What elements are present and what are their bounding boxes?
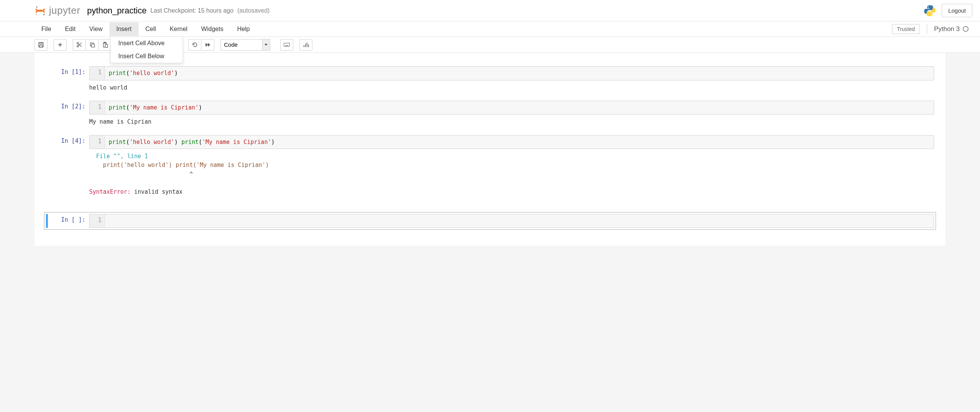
code-text[interactable]: print('hello world') [105,67,934,80]
autosaved-text: (autosaved) [237,7,270,14]
add-cell-button[interactable] [54,39,67,51]
code-cell[interactable]: In [4]:1print('hello world') print('My n… [44,133,936,208]
code-cell[interactable]: In [1]:1print('hello world')hello world [44,64,936,94]
menu-edit[interactable]: Edit [58,22,83,36]
svg-point-2 [36,13,37,14]
svg-point-1 [43,13,45,15]
trusted-indicator[interactable]: Trusted [892,24,920,34]
kernel-name: Python 3 [934,25,960,33]
input-prompt: In [ ]: [51,214,89,228]
insert-menu-item[interactable]: Insert Cell Below [111,50,183,63]
restart-run-all-button[interactable] [201,39,214,51]
line-number: 1 [90,67,105,80]
cell-type-select[interactable]: Code [220,39,270,51]
header-bar: jupyter python_practice Last Checkpoint:… [0,0,980,21]
svg-point-4 [931,14,932,15]
code-text[interactable]: print('My name is Ciprian') [105,101,934,114]
insert-menu-item[interactable]: Insert Cell Above [111,37,183,50]
code-input[interactable]: 1print('hello world') [89,66,934,80]
menu-view[interactable]: View [82,22,109,36]
code-cell[interactable]: In [2]:1print('My name is Ciprian')My na… [44,99,936,129]
svg-point-0 [36,6,37,7]
svg-rect-18 [105,44,108,47]
save-button[interactable] [34,39,47,51]
bar-chart-icon [303,42,309,48]
menu-widgets[interactable]: Widgets [194,22,230,36]
chart-button[interactable] [299,39,312,51]
cell-output: My name is Ciprian [89,114,934,126]
jupyter-icon [34,5,46,16]
svg-marker-19 [206,43,208,47]
checkpoint-text: Last Checkpoint: 15 hours ago [150,7,234,14]
code-input[interactable]: 1 [89,214,934,228]
cell-type-select-wrap[interactable]: Code [220,39,270,51]
jupyter-logo[interactable]: jupyter [34,5,80,16]
line-number: 1 [90,214,105,228]
cell-output: hello world [89,80,934,92]
menu-file[interactable]: File [34,22,58,36]
code-input[interactable]: 1print('My name is Ciprian') [89,101,934,115]
svg-point-11 [77,43,78,44]
logout-button[interactable]: Logout [942,4,972,17]
restart-button[interactable] [188,39,201,51]
jupyter-logo-text: jupyter [49,5,80,16]
menubar: FileEditViewInsertCellKernelWidgetsHelp … [0,21,980,37]
insert-dropdown: Insert Cell AboveInsert Cell Below [110,37,183,63]
code-text[interactable]: print('hello world') print('My name is C… [105,136,934,149]
svg-rect-7 [39,45,42,47]
line-number: 1 [90,136,105,149]
command-palette-button[interactable] [280,39,293,51]
copy-button[interactable] [86,39,99,51]
menu-cell[interactable]: Cell [139,22,163,36]
svg-rect-6 [40,43,42,44]
input-prompt: In [1]: [51,66,89,92]
scissors-icon [76,42,82,48]
cell-select-bar [46,135,48,206]
paste-button[interactable] [99,39,112,51]
divider [927,25,927,34]
plus-icon [57,42,63,48]
input-prompt: In [2]: [51,101,89,127]
keyboard-icon [284,42,290,48]
save-icon [38,42,44,48]
python-icon [923,4,936,17]
code-cell[interactable]: In [ ]:1 [44,212,936,230]
cell-error-output: File "", line 1 print('hello world') pri… [89,149,934,206]
menu-insert[interactable]: Insert [109,22,139,36]
cell-select-bar [46,214,48,228]
code-input[interactable]: 1print('hello world') print('My name is … [89,135,934,149]
cell-select-bar [46,66,48,92]
restart-icon [192,42,198,48]
input-prompt: In [4]: [51,135,89,206]
svg-rect-15 [91,44,95,47]
paste-icon [102,42,108,48]
kernel-indicator[interactable]: Python 3 [934,25,972,33]
kernel-status-icon [963,26,969,32]
cut-button[interactable] [73,39,86,51]
menu-kernel[interactable]: Kernel [163,22,194,36]
notebook-name[interactable]: python_practice [87,6,147,16]
svg-rect-21 [284,43,289,46]
line-number: 1 [90,101,105,114]
svg-point-10 [77,46,78,47]
cell-select-bar [46,101,48,127]
copy-icon [89,42,95,48]
fast-forward-icon [205,42,211,48]
menu-help[interactable]: Help [230,22,256,36]
svg-point-3 [928,6,929,7]
svg-marker-20 [208,43,210,47]
notebook-area: In [1]:1print('hello world')hello worldI… [34,53,946,246]
code-text[interactable] [105,214,934,228]
